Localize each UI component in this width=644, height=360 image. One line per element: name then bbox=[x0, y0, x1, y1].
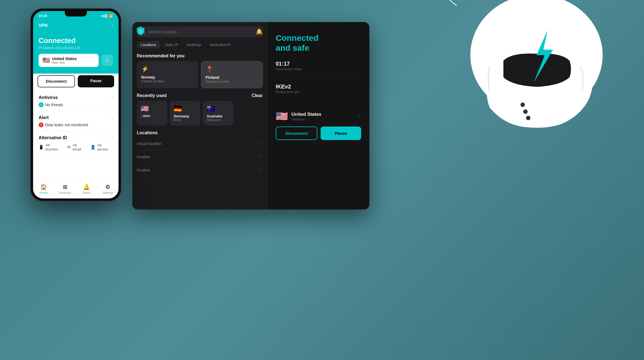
svg-point-5 bbox=[523, 109, 528, 114]
svg-point-4 bbox=[520, 103, 525, 107]
nav-products[interactable]: ⊞ Products bbox=[55, 179, 76, 198]
phone-flag: 🇺🇸 bbox=[42, 57, 50, 64]
recently-used-header: Recently used Clear bbox=[137, 93, 263, 98]
recommended-norway[interactable]: ⚡ Norway Fastest location bbox=[137, 61, 198, 88]
recently-used-title: Recently used bbox=[137, 93, 167, 98]
home-label: Home bbox=[40, 191, 48, 194]
phone-content: Antivirus › ✓ No threats bbox=[33, 91, 119, 155]
no-threats-text: No threats bbox=[45, 103, 63, 107]
alt-number-label: Alt Number bbox=[45, 143, 63, 151]
phone-ip: IP address 103.109.244.115 bbox=[39, 46, 113, 50]
pause-button[interactable]: Pause bbox=[321, 127, 361, 140]
phone-favorite-btn[interactable]: ☆ bbox=[101, 55, 113, 66]
connected-country-section: 🇺🇸 United States Ashburn ☆ Disconnect Pa… bbox=[276, 111, 361, 140]
recent-australia[interactable]: 🇦🇺 Australia Melbourne bbox=[203, 101, 233, 125]
settings-label: Settings bbox=[102, 191, 113, 194]
alt-id-row: 📱 Alt Number ✉ Alt email 👤 Alt person bbox=[39, 143, 113, 151]
svg-line-0 bbox=[443, 0, 457, 6]
phone-location-box: 🇺🇸 United States New York bbox=[39, 54, 99, 67]
phone-connected-card: Connected IP address 103.109.244.115 🇺🇸 … bbox=[33, 32, 119, 74]
phone-device-icon: 📱 bbox=[39, 145, 44, 150]
favorite-star[interactable]: ☆ bbox=[357, 113, 361, 119]
phone-top-nav: VPN › bbox=[33, 21, 119, 32]
alert-section: Alert › ! Data leaks not monitored bbox=[39, 111, 113, 131]
phone-city: New York bbox=[52, 61, 77, 64]
alert-warning-icon: ! bbox=[39, 122, 44, 127]
alt-person-item: 👤 Alt person bbox=[90, 143, 113, 151]
alt-id-header[interactable]: Alternative ID › bbox=[39, 135, 113, 140]
location-star-3[interactable]: ☆ bbox=[259, 167, 263, 173]
action-buttons: Disconnect Pause bbox=[276, 127, 361, 140]
recent-items: 🇺🇸 ...tates 🇩🇪 Germany Berlin 🇦🇺 Austral… bbox=[137, 101, 263, 125]
phone-mockup: 15:39 📶 VPN › Connected IP address 103.1… bbox=[30, 8, 135, 215]
search-bar[interactable]: 🔍 bbox=[137, 26, 263, 37]
recommended-finland[interactable]: 📍 Finland Nearest country bbox=[201, 61, 263, 88]
nav-home[interactable]: 🏠 Home bbox=[33, 179, 55, 198]
location-item-2[interactable]: location ☆ bbox=[132, 150, 267, 163]
finland-name: Finland bbox=[206, 75, 258, 80]
alert-text: Data leaks not monitored bbox=[45, 123, 88, 127]
phone-outer: 15:39 📶 VPN › Connected IP address 103.1… bbox=[30, 8, 121, 201]
check-icon: ✓ bbox=[40, 103, 42, 106]
news-icon: 🔔 bbox=[83, 184, 90, 190]
recent-us[interactable]: 🇺🇸 ...tates bbox=[137, 101, 167, 125]
location-item-1[interactable]: virtual location ☆ bbox=[132, 137, 267, 150]
tab-static-ip[interactable]: Static IP bbox=[161, 41, 182, 49]
tab-locations[interactable]: Locations bbox=[137, 41, 160, 49]
tablet-app: 🔍 🔔 Locations Static IP MultiHop Dedicat… bbox=[132, 22, 369, 209]
tab-dedicated-ip[interactable]: Dedicated IP bbox=[206, 41, 234, 49]
phone-disconnect-btn[interactable]: Disconnect bbox=[37, 75, 75, 87]
location-star-1[interactable]: ☆ bbox=[259, 141, 263, 146]
germany-flag: 🇩🇪 bbox=[174, 105, 196, 112]
alt-email-item: ✉ Alt email bbox=[67, 143, 86, 151]
connected-country-city: Ashburn bbox=[291, 117, 321, 121]
stats-divider bbox=[276, 78, 361, 78]
recent-germany[interactable]: 🇩🇪 Germany Berlin bbox=[170, 101, 200, 125]
search-input[interactable] bbox=[148, 30, 259, 34]
notification-bell[interactable]: 🔔 bbox=[256, 28, 263, 35]
settings-icon: ⚙ bbox=[105, 184, 110, 190]
phone-connected-text: Connected bbox=[39, 36, 113, 45]
us-flag: 🇺🇸 bbox=[141, 105, 163, 112]
tablet-right-panel: Connected and safe 01:17 Connection time… bbox=[267, 22, 369, 209]
news-label: News bbox=[83, 191, 90, 194]
alert-badge: ! Data leaks not monitored bbox=[39, 122, 88, 127]
bell-icon: 🔔 bbox=[256, 28, 263, 34]
connected-country-flag: 🇺🇸 bbox=[276, 111, 288, 122]
tablet-left-panel: 🔍 🔔 Locations Static IP MultiHop Dedicat… bbox=[132, 22, 267, 209]
norway-icon: ⚡ bbox=[141, 66, 194, 73]
alt-id-title: Alternative ID bbox=[39, 135, 67, 140]
norway-name: Norway bbox=[141, 75, 194, 79]
disconnect-button[interactable]: Disconnect bbox=[276, 127, 317, 140]
tab-multihop[interactable]: MultiHop bbox=[183, 41, 205, 49]
location-item-2-text: location bbox=[137, 155, 259, 159]
connected-safe-title: Connected and safe bbox=[276, 33, 361, 53]
phone-screen: 15:39 📶 VPN › Connected IP address 103.1… bbox=[33, 11, 119, 198]
alert-title: Alert bbox=[39, 115, 49, 120]
norway-label: Fastest location bbox=[141, 79, 194, 83]
location-item-1-text: virtual location bbox=[137, 141, 259, 146]
alert-header[interactable]: Alert › bbox=[39, 115, 113, 120]
phone-actions: Disconnect Pause bbox=[37, 75, 114, 87]
protocol-value: IKEv2 bbox=[276, 84, 361, 90]
antivirus-header[interactable]: Antivirus › bbox=[39, 95, 113, 100]
location-item-3[interactable]: location ☆ bbox=[132, 163, 267, 177]
antivirus-title: Antivirus bbox=[39, 95, 58, 100]
phone-notch bbox=[65, 11, 87, 17]
clear-button[interactable]: Clear bbox=[252, 93, 263, 98]
home-icon: 🏠 bbox=[40, 184, 47, 190]
helmet-illustration bbox=[434, 0, 627, 154]
locations-section-title: Locations bbox=[137, 130, 263, 135]
nav-news[interactable]: 🔔 News bbox=[76, 179, 97, 198]
phone-pause-btn[interactable]: Pause bbox=[78, 75, 114, 87]
location-star-2[interactable]: ☆ bbox=[259, 154, 263, 159]
phone-bottom-nav: 🏠 Home ⊞ Products 🔔 News ⚙ Settings bbox=[33, 179, 119, 198]
products-icon: ⊞ bbox=[63, 184, 68, 190]
connection-time-stat: 01:17 Connection time bbox=[276, 61, 361, 71]
recommended-grid: ⚡ Norway Fastest location 📍 Finland Near… bbox=[137, 61, 263, 88]
phone-location-row: 🇺🇸 United States New York ☆ bbox=[39, 54, 113, 67]
products-label: Products bbox=[59, 191, 71, 194]
nav-settings[interactable]: ⚙ Settings bbox=[97, 179, 119, 198]
status-dot: ✓ bbox=[39, 102, 44, 107]
person-icon: 👤 bbox=[90, 145, 96, 150]
